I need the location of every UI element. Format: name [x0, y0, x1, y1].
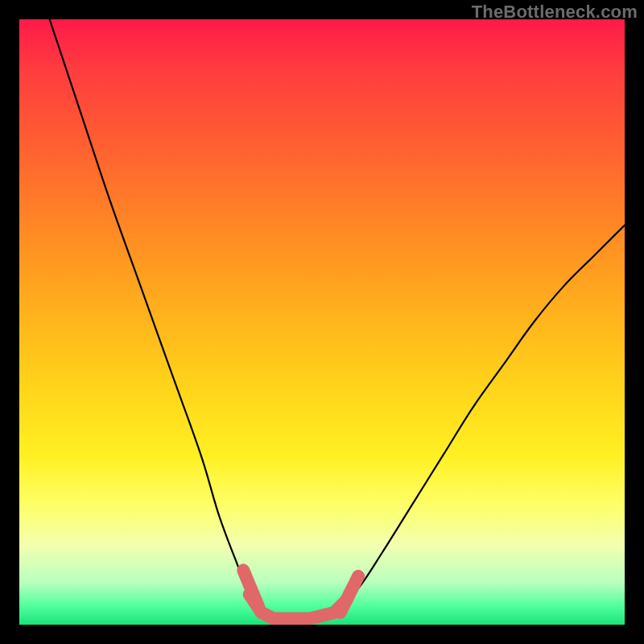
valley-marker-left-spur [243, 570, 258, 606]
bottleneck-curve [50, 19, 625, 619]
curve-layer [19, 19, 625, 625]
plot-area [19, 19, 625, 625]
chart-frame: TheBottleneck.com [0, 0, 644, 644]
valley-marker-right-spur [341, 576, 359, 613]
valley-markers [243, 570, 358, 618]
